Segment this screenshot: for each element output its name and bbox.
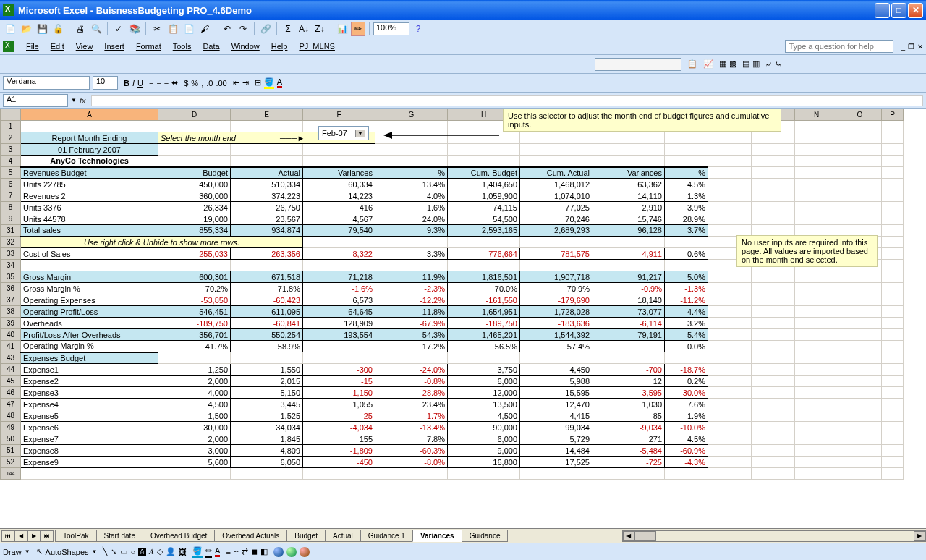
data-cell[interactable]: 416	[303, 202, 375, 213]
chart-format-icon[interactable]: 📋	[687, 59, 697, 69]
data-cell[interactable]: Expense1	[21, 364, 158, 376]
underline-button[interactable]: U	[137, 79, 143, 88]
data-cell[interactable]: 510,334	[231, 179, 303, 190]
sort-desc-icon[interactable]: Z↓	[313, 22, 327, 36]
col-header-N[interactable]: N	[795, 109, 838, 121]
data-cell[interactable]: -5,484	[592, 445, 665, 457]
total-cell[interactable]: 934,874	[231, 225, 303, 237]
data-cell[interactable]: -1.3%	[665, 283, 708, 294]
data-cell[interactable]: 6,573	[303, 294, 375, 306]
font-color2-icon[interactable]: A	[215, 546, 220, 557]
format-painter-icon[interactable]: 🖌	[197, 22, 212, 36]
data-cell[interactable]: 0.0%	[665, 341, 708, 352]
tab-next-button[interactable]: ▶	[27, 530, 41, 542]
name-box[interactable]: A1	[3, 94, 68, 107]
data-cell[interactable]: 3,445	[231, 399, 303, 410]
fill-icon[interactable]: 🪣	[192, 546, 203, 558]
data-cell[interactable]: Expense3	[21, 387, 158, 399]
data-cell[interactable]: 2,000	[158, 376, 231, 387]
data-cell[interactable]: -161,550	[448, 294, 520, 306]
data-cell[interactable]: 85	[592, 410, 665, 422]
data-cell[interactable]: 193,554	[303, 329, 375, 341]
select-all-corner[interactable]	[1, 109, 21, 121]
menu-view[interactable]: View	[70, 41, 99, 52]
data-cell[interactable]: 24.0%	[375, 213, 448, 225]
total-cell[interactable]: 96,128	[592, 225, 665, 237]
data-cell[interactable]: -60.3%	[375, 445, 448, 457]
data-cell[interactable]: Cost of Sales	[21, 248, 158, 260]
clipart-icon[interactable]: 👤	[166, 547, 176, 556]
data-cell[interactable]: 6,000	[448, 376, 520, 387]
data-cell[interactable]: -60,423	[231, 294, 303, 306]
line-style-icon[interactable]: ≡	[226, 548, 230, 556]
select-objects-icon[interactable]: ↖	[36, 547, 43, 556]
data-cell[interactable]: Operating Margin %	[21, 341, 158, 352]
data-cell[interactable]: 271	[592, 433, 665, 445]
dropdown-arrow-icon[interactable]: ▼	[355, 130, 365, 137]
spreadsheet-grid[interactable]: ADEFGHIJKLMNOP12Report Month EndingSelec…	[0, 109, 926, 528]
data-cell[interactable]: 671,518	[231, 271, 303, 283]
data-cell[interactable]: -0.9%	[592, 283, 665, 294]
data-cell[interactable]: 19,000	[158, 213, 231, 225]
data-cell[interactable]: 4.0%	[375, 190, 448, 202]
minimize-button[interactable]: _	[875, 3, 890, 18]
paste-icon[interactable]: 📄	[182, 22, 196, 36]
menu-data[interactable]: Data	[197, 41, 225, 52]
data-cell[interactable]: 77,025	[520, 202, 592, 213]
data-cell[interactable]: 74,115	[448, 202, 520, 213]
font-size-selector[interactable]: 10	[93, 76, 118, 90]
data-cell[interactable]: -18.7%	[665, 364, 708, 376]
data-cell[interactable]: -189,750	[448, 318, 520, 329]
data-cell[interactable]: 64,645	[303, 306, 375, 318]
data-cell[interactable]: 374,223	[231, 190, 303, 202]
data-cell[interactable]: -776,664	[448, 248, 520, 260]
data-cell[interactable]: 11.8%	[375, 306, 448, 318]
col-header-D[interactable]: D	[158, 109, 231, 121]
data-cell[interactable]: 4,450	[520, 364, 592, 376]
data-cell[interactable]: 70.2%	[158, 283, 231, 294]
data-cell[interactable]: 3.9%	[665, 202, 708, 213]
table-header[interactable]: Actual	[231, 167, 303, 179]
col-header-E[interactable]: E	[231, 109, 303, 121]
data-cell[interactable]: 5,729	[520, 433, 592, 445]
data-cell[interactable]: 360,000	[158, 190, 231, 202]
menu-tools[interactable]: Tools	[167, 41, 197, 52]
data-cell[interactable]: -179,690	[520, 294, 592, 306]
tab-first-button[interactable]: ⏮	[1, 530, 14, 542]
col-header-A[interactable]: A	[21, 109, 158, 121]
data-cell[interactable]: -700	[592, 364, 665, 376]
data-cell[interactable]: 6,050	[231, 457, 303, 468]
sheet-tab-guidance-1[interactable]: Guidance 1	[360, 530, 413, 542]
zoom-input[interactable]: 100%	[373, 22, 409, 35]
data-cell[interactable]: 26,750	[231, 202, 303, 213]
data-cell[interactable]: 73,077	[592, 306, 665, 318]
table-header[interactable]: %	[375, 167, 448, 179]
table-header[interactable]: Cum. Budget	[448, 167, 520, 179]
data-cell[interactable]: 2,910	[592, 202, 665, 213]
data-cell[interactable]: 1,404,650	[448, 179, 520, 190]
data-cell[interactable]: 4,415	[520, 410, 592, 422]
data-cell[interactable]: 18,140	[592, 294, 665, 306]
data-cell[interactable]: 28.9%	[665, 213, 708, 225]
data-cell[interactable]: 4,567	[303, 213, 375, 225]
formula-input[interactable]	[91, 95, 923, 106]
data-cell[interactable]: Units 3376	[21, 202, 158, 213]
3d-icon[interactable]: ◧	[260, 547, 268, 556]
table-header[interactable]: Budget	[158, 167, 231, 179]
picture-icon[interactable]: 🖼	[179, 548, 187, 556]
data-cell[interactable]: 1,525	[231, 410, 303, 422]
data-cell[interactable]: 12,000	[448, 387, 520, 399]
unhide-note[interactable]: Use right click & Unhide to show more ro…	[21, 237, 303, 248]
data-cell[interactable]: 1,500	[158, 410, 231, 422]
data-cell[interactable]: -6,114	[592, 318, 665, 329]
report-label[interactable]: Report Month Ending	[21, 132, 158, 144]
data-cell[interactable]: 1,055	[303, 399, 375, 410]
sheet-tab-variances[interactable]: Variances	[412, 530, 462, 542]
maximize-button[interactable]: □	[891, 3, 906, 18]
by-col-icon[interactable]: ▥	[752, 59, 760, 69]
data-cell[interactable]: 1,030	[592, 399, 665, 410]
data-cell[interactable]: Operating Expenses	[21, 294, 158, 306]
save-icon[interactable]: 💾	[35, 22, 49, 36]
data-cell[interactable]: 7.6%	[665, 399, 708, 410]
doc-restore-button[interactable]: ❐	[908, 43, 914, 51]
